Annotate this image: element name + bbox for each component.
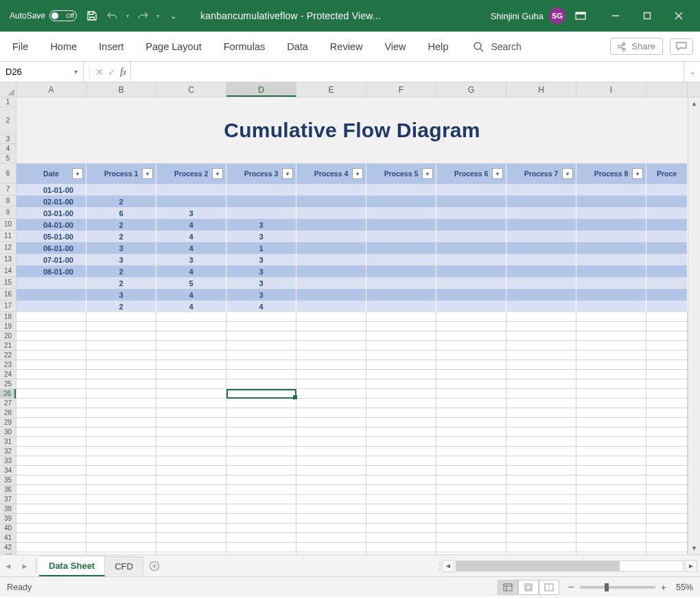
data-cell[interactable]	[296, 196, 366, 207]
date-cell[interactable]: 05-01-00	[16, 231, 86, 242]
data-cell[interactable]: 2	[86, 277, 156, 289]
empty-cell[interactable]	[366, 399, 436, 408]
empty-cell[interactable]	[226, 331, 296, 341]
empty-cell[interactable]	[366, 543, 436, 552]
table-header-cell[interactable]: Process 5▾	[366, 163, 436, 184]
empty-cell[interactable]	[366, 475, 436, 485]
data-cell[interactable]	[296, 277, 366, 289]
empty-cell[interactable]	[226, 466, 296, 475]
empty-cell[interactable]	[86, 418, 156, 427]
enter-formula-icon[interactable]: ✓	[108, 67, 116, 78]
data-cell[interactable]	[366, 219, 436, 231]
empty-row[interactable]	[16, 389, 688, 399]
empty-cell[interactable]	[366, 437, 436, 447]
filter-dropdown-icon[interactable]: ▾	[212, 168, 223, 179]
empty-cell[interactable]	[576, 360, 646, 370]
data-cell[interactable]	[576, 266, 646, 277]
empty-cell[interactable]	[576, 437, 646, 447]
data-cell[interactable]	[436, 184, 506, 196]
data-cell[interactable]: 3	[156, 207, 226, 219]
filter-dropdown-icon[interactable]: ▾	[282, 168, 293, 179]
data-cell[interactable]	[506, 231, 576, 242]
empty-row[interactable]	[16, 514, 688, 524]
empty-cell[interactable]	[436, 437, 506, 447]
empty-cell[interactable]	[226, 360, 296, 370]
empty-cell[interactable]	[366, 370, 436, 379]
empty-cell[interactable]	[436, 312, 506, 322]
empty-cell[interactable]	[506, 341, 576, 351]
empty-cell[interactable]	[646, 389, 688, 399]
empty-row[interactable]	[16, 331, 688, 341]
view-page-break-icon[interactable]	[539, 580, 559, 595]
empty-cell[interactable]	[86, 370, 156, 379]
data-cell[interactable]	[86, 184, 156, 196]
date-cell[interactable]: 01-01-00	[16, 184, 86, 196]
empty-cell[interactable]	[16, 447, 86, 456]
empty-cell[interactable]	[646, 456, 688, 466]
empty-cell[interactable]	[576, 418, 646, 427]
data-cell[interactable]	[576, 254, 646, 266]
empty-cell[interactable]	[646, 408, 688, 418]
data-cell[interactable]	[156, 184, 226, 196]
qat-customize-icon[interactable]: ⌄	[163, 6, 183, 25]
empty-cell[interactable]	[646, 341, 688, 351]
empty-cell[interactable]	[86, 504, 156, 514]
data-cell[interactable]: 4	[156, 301, 226, 312]
share-button[interactable]: Share	[610, 38, 663, 55]
empty-cell[interactable]	[366, 456, 436, 466]
empty-cell[interactable]	[226, 495, 296, 504]
data-cell[interactable]	[576, 242, 646, 254]
insert-function-icon[interactable]: fx	[120, 67, 126, 78]
horizontal-scrollbar[interactable]: ◄ ►	[439, 560, 700, 572]
zoom-out-icon[interactable]: −	[568, 581, 574, 594]
row-header[interactable]: 16	[0, 289, 16, 301]
empty-cell[interactable]	[366, 552, 436, 554]
data-cell[interactable]: 2	[86, 196, 156, 207]
empty-cell[interactable]	[576, 552, 646, 554]
empty-row[interactable]	[16, 312, 688, 322]
empty-cell[interactable]	[86, 379, 156, 389]
row-header[interactable]: 26	[0, 389, 16, 399]
data-cell[interactable]	[296, 254, 366, 266]
empty-cell[interactable]	[156, 389, 226, 399]
empty-cell[interactable]	[366, 360, 436, 370]
horizontal-scroll-thumb[interactable]	[456, 561, 620, 571]
row-header[interactable]: 11	[0, 231, 16, 242]
empty-cell[interactable]	[156, 370, 226, 379]
table-row[interactable]: 04-01-00243	[16, 219, 688, 231]
row-header[interactable]: 17	[0, 301, 16, 312]
empty-cell[interactable]	[436, 495, 506, 504]
row-header[interactable]: 15	[0, 277, 16, 289]
data-cell[interactable]: 2	[86, 301, 156, 312]
empty-cell[interactable]	[86, 341, 156, 351]
empty-row[interactable]	[16, 360, 688, 370]
empty-cell[interactable]	[296, 543, 366, 552]
data-cell[interactable]	[436, 254, 506, 266]
empty-row[interactable]	[16, 322, 688, 331]
empty-cell[interactable]	[16, 504, 86, 514]
empty-cell[interactable]	[296, 408, 366, 418]
empty-cell[interactable]	[646, 495, 688, 504]
row-header[interactable]: 21	[0, 341, 16, 351]
scroll-left-icon[interactable]: ◄	[442, 560, 454, 572]
empty-cell[interactable]	[506, 475, 576, 485]
empty-cell[interactable]	[226, 408, 296, 418]
sheet-tab-data-sheet[interactable]: Data Sheet	[39, 556, 105, 576]
empty-cell[interactable]	[646, 360, 688, 370]
empty-cell[interactable]	[506, 533, 576, 543]
empty-cell[interactable]	[366, 312, 436, 322]
empty-cell[interactable]	[366, 341, 436, 351]
empty-cell[interactable]	[506, 456, 576, 466]
data-cell[interactable]: 4	[156, 231, 226, 242]
empty-cell[interactable]	[156, 312, 226, 322]
data-cell[interactable]	[436, 207, 506, 219]
row-header[interactable]: 37	[0, 495, 16, 504]
row-header[interactable]: 25	[0, 379, 16, 389]
empty-cell[interactable]	[646, 437, 688, 447]
sheet-nav-next-icon[interactable]: ►	[16, 555, 33, 576]
data-cell[interactable]	[646, 266, 688, 277]
empty-cell[interactable]	[646, 427, 688, 437]
empty-cell[interactable]	[296, 475, 366, 485]
empty-cell[interactable]	[226, 351, 296, 360]
column-header[interactable]: G	[436, 82, 506, 97]
